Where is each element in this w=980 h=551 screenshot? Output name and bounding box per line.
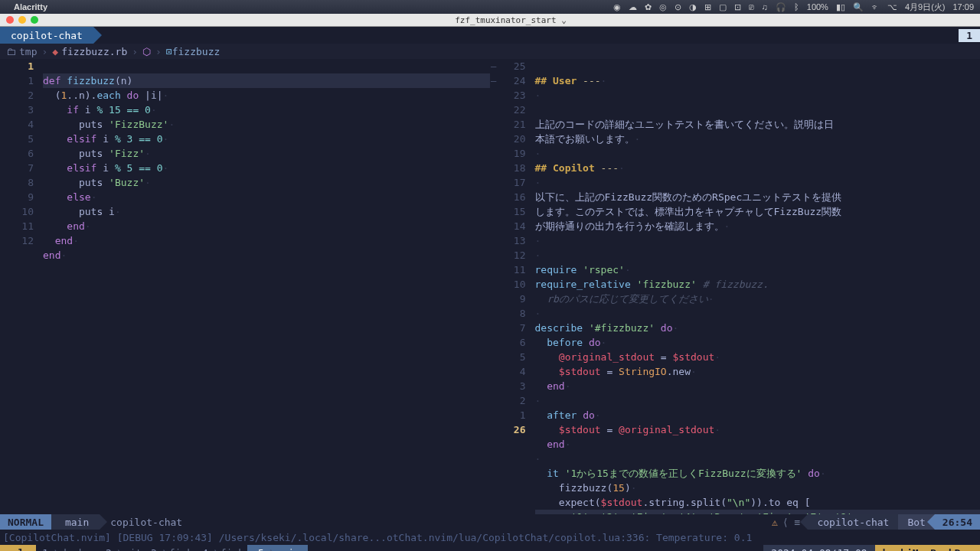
- status-icon: ⊞: [704, 2, 711, 12]
- close-icon[interactable]: [6, 16, 14, 24]
- diagnostics-icon: ⟨ ≡: [782, 517, 800, 528]
- tmux-window-2[interactable]: 2❭git: [100, 545, 145, 551]
- minimize-icon[interactable]: [18, 16, 26, 24]
- fold-column: ——: [491, 59, 505, 514]
- tmux-session[interactable]: melp: [0, 545, 36, 551]
- tab-copilot-chat[interactable]: copilot-chat: [0, 27, 93, 44]
- breadcrumb-file[interactable]: fizzbuzz.rb: [61, 46, 127, 57]
- status-icon: ◎: [659, 2, 667, 12]
- macos-menubar: Alacritty ◉ ☁ ✿ ◎ ⊙ ◑ ⊞ ▢ ⊡ ⎚ ♫ 🎧 ᛒ 100%…: [0, 0, 980, 14]
- tmux-host: ksekiMacBookPro: [875, 545, 980, 551]
- warning-icon: ⚠: [772, 517, 778, 528]
- tmux-window-4[interactable]: 4❭fish: [196, 545, 247, 551]
- status-icon: ♫: [762, 2, 768, 11]
- battery-icon: ▮▯: [836, 2, 845, 12]
- right-pane[interactable]: —— 2524232221201918171615141312111098765…: [491, 59, 981, 514]
- statusline: NORMAL main copilot-chat ⚠ ⟨ ≡ copilot-c…: [0, 514, 980, 530]
- status-icon: ✿: [645, 2, 652, 12]
- status-icon: ⊙: [675, 2, 681, 12]
- breadcrumb: 🗀 tmp › ◆ fizzbuzz.rb › ⬡ › ⊡ fizzbuzz: [0, 44, 980, 59]
- right-code[interactable]: ## User ---· · 上記のコードの詳細なユニットテストを書いてください…: [535, 59, 981, 514]
- control-center-icon[interactable]: ⌥: [887, 2, 897, 12]
- tmux-statusbar: melp 1❭docker 2❭git 3❭fish 4❭fish 5❭nvim…: [0, 545, 980, 551]
- ruby-icon: ◆: [52, 46, 58, 57]
- left-code[interactable]: def fizzbuzz(n) (1..n).each do |i|· if i…: [43, 59, 490, 514]
- folder-icon: 🗀: [6, 46, 16, 57]
- status-icon: ◑: [689, 2, 697, 12]
- tmux-date: 2024-04-09 ❬ 17:09: [763, 545, 874, 551]
- mode-indicator: NORMAL: [0, 514, 51, 530]
- status-icon: ⎚: [749, 2, 754, 11]
- status-icon: ▢: [719, 2, 727, 12]
- menubar-date[interactable]: 4月9日(火): [905, 2, 946, 13]
- statusline-file-left: copilot-chat: [100, 517, 193, 528]
- tabline: copilot-chat 1: [0, 27, 980, 44]
- message-line: [CopilotChat.nvim] [DEBUG 17:09:43] /Use…: [0, 530, 980, 545]
- breadcrumb-seg[interactable]: tmp: [19, 46, 37, 57]
- tab-index: 1: [959, 29, 980, 42]
- left-pane[interactable]: 1123456789101112 def fizzbuzz(n) (1..n).…: [0, 59, 490, 514]
- right-gutter: 2524232221201918171615141312111098765432…: [505, 59, 535, 514]
- symbol-icon: ⬡: [142, 46, 151, 57]
- headphones-icon: 🎧: [776, 2, 786, 12]
- window-titlebar: fzf_tmuxinator_start ⌄: [0, 14, 980, 27]
- tab-label: copilot-chat: [11, 30, 83, 41]
- search-icon[interactable]: 🔍: [853, 2, 864, 12]
- window-title: fzf_tmuxinator_start ⌄: [47, 15, 974, 25]
- app-name: Alacritty: [14, 2, 47, 11]
- status-icon: ◉: [613, 2, 621, 12]
- breadcrumb-func[interactable]: fizzbuzz: [172, 46, 220, 57]
- editor-area: 1123456789101112 def fizzbuzz(n) (1..n).…: [0, 59, 980, 514]
- menubar-time[interactable]: 17:09: [952, 2, 974, 11]
- statusline-file-right: copilot-chat: [808, 514, 898, 530]
- left-gutter: 1123456789101112: [0, 59, 43, 514]
- battery-pct: 100%: [807, 2, 828, 11]
- cursor-pos: 26:54: [935, 514, 980, 530]
- menubar-status: ◉ ☁ ✿ ◎ ⊙ ◑ ⊞ ▢ ⊡ ⎚ ♫ 🎧 ᛒ 100% ▮▯ 🔍 ᯤ ⌥ …: [613, 2, 974, 13]
- git-branch: main: [51, 514, 100, 530]
- tmux-window-3[interactable]: 3❭fish: [145, 545, 196, 551]
- tmux-window-5-active[interactable]: 5❭nvim: [247, 545, 308, 551]
- wifi-icon: ᯤ: [871, 2, 880, 11]
- tmux-window-1[interactable]: 1❭docker: [36, 545, 100, 551]
- status-icon: ☁: [629, 2, 637, 12]
- bluetooth-icon: ᛒ: [794, 2, 799, 11]
- method-icon: ⊡: [166, 46, 172, 57]
- zoom-icon[interactable]: [31, 16, 38, 24]
- traffic-lights[interactable]: [6, 16, 38, 24]
- status-icon: ⊡: [734, 2, 741, 12]
